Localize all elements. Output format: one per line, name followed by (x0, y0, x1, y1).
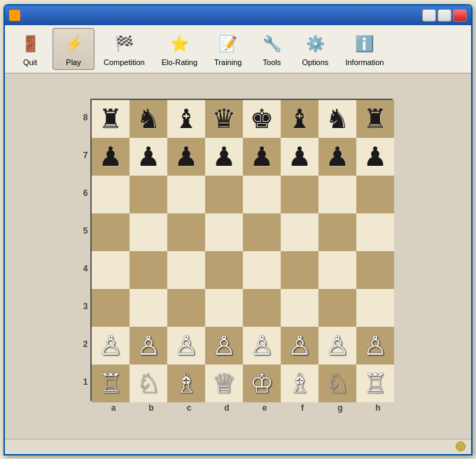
square-e3[interactable] (243, 289, 281, 327)
piece-white-e1: ♔ (250, 370, 274, 397)
square-g3[interactable] (318, 289, 356, 327)
square-c1[interactable]: ♗ (167, 365, 205, 402)
square-d6[interactable] (205, 176, 243, 213)
options-icon: ⚙️ (302, 31, 328, 57)
quit-icon: 🚪 (18, 31, 43, 57)
rank-labels: 8 7 6 5 4 3 2 1 (83, 99, 91, 401)
tool-btn-quit[interactable]: 🚪 Quit (9, 28, 51, 70)
rank-5: 5 (83, 212, 88, 250)
competition-label: Competition (104, 58, 145, 66)
square-d7[interactable]: ♟ (205, 138, 243, 176)
square-h1[interactable]: ♖ (356, 365, 394, 402)
square-h2[interactable]: ♙ (356, 327, 394, 365)
square-e1[interactable]: ♔ (243, 365, 281, 402)
square-h3[interactable] (356, 289, 394, 327)
square-d3[interactable] (205, 289, 243, 327)
square-f5[interactable] (281, 213, 318, 251)
square-b2[interactable]: ♙ (130, 327, 167, 365)
tool-btn-elo-rating[interactable]: ⭐ Elo-Rating (154, 28, 205, 70)
square-f4[interactable] (281, 251, 318, 289)
elo-rating-icon: ⭐ (167, 31, 192, 57)
title-buttons (422, 9, 467, 22)
file-f: f (284, 403, 321, 413)
square-h5[interactable] (356, 213, 394, 251)
tool-btn-training[interactable]: 📝 Training (206, 28, 249, 70)
piece-white-d1: ♕ (212, 370, 236, 397)
square-d4[interactable] (205, 251, 243, 289)
square-g6[interactable] (318, 176, 356, 213)
square-b4[interactable] (130, 251, 167, 289)
square-a8[interactable]: ♜ (92, 100, 130, 138)
piece-black-b7: ♟ (136, 143, 160, 170)
square-b1[interactable]: ♘ (130, 365, 167, 402)
square-f8[interactable]: ♝ (281, 100, 318, 138)
tool-btn-information[interactable]: ℹ️ Information (337, 28, 391, 70)
square-h7[interactable]: ♟ (356, 138, 394, 176)
square-e2[interactable]: ♙ (243, 327, 281, 365)
square-f2[interactable]: ♙ (281, 327, 318, 365)
square-a4[interactable] (92, 251, 130, 289)
square-a5[interactable] (92, 213, 130, 251)
square-b3[interactable] (130, 289, 167, 327)
square-b8[interactable]: ♞ (130, 100, 167, 138)
square-f3[interactable] (281, 289, 318, 327)
tool-btn-play[interactable]: ⚡ Play (52, 28, 94, 70)
rank-6: 6 (83, 174, 88, 212)
square-a3[interactable] (92, 289, 130, 327)
square-g8[interactable]: ♞ (318, 100, 356, 138)
maximize-button[interactable] (438, 9, 451, 22)
piece-black-e7: ♟ (250, 143, 274, 170)
elo-rating-label: Elo-Rating (162, 58, 197, 66)
close-button[interactable] (453, 9, 467, 22)
square-e5[interactable] (243, 213, 281, 251)
square-h8[interactable]: ♜ (356, 100, 394, 138)
tools-label: Tools (263, 58, 281, 66)
square-a7[interactable]: ♟ (92, 138, 130, 176)
square-e6[interactable] (243, 176, 281, 213)
square-a1[interactable]: ♖ (92, 365, 130, 402)
file-e: e (246, 403, 284, 413)
square-b7[interactable]: ♟ (130, 138, 167, 176)
tool-btn-competition[interactable]: 🏁 Competition (96, 28, 153, 70)
file-c: c (170, 403, 208, 413)
square-h6[interactable] (356, 176, 394, 213)
square-c5[interactable] (167, 213, 205, 251)
piece-black-f7: ♟ (288, 143, 312, 170)
square-b6[interactable] (130, 176, 167, 213)
square-a6[interactable] (92, 176, 130, 213)
square-c8[interactable]: ♝ (167, 100, 205, 138)
square-b5[interactable] (130, 213, 167, 251)
piece-white-b2: ♙ (136, 332, 160, 359)
square-f7[interactable]: ♟ (281, 138, 318, 176)
chess-board[interactable]: ♜♞♝♛♚♝♞♜♟♟♟♟♟♟♟♟♙♙♙♙♙♙♙♙♖♘♗♕♔♗♘♖ (90, 99, 393, 401)
square-d1[interactable]: ♕ (205, 365, 243, 402)
square-d8[interactable]: ♛ (205, 100, 243, 138)
status-circle (456, 442, 465, 451)
square-g1[interactable]: ♘ (318, 365, 356, 402)
tool-btn-options[interactable]: ⚙️ Options (294, 28, 336, 70)
square-g5[interactable] (318, 213, 356, 251)
piece-white-h1: ♖ (363, 370, 387, 397)
minimize-button[interactable] (422, 9, 436, 22)
square-d5[interactable] (205, 213, 243, 251)
square-f1[interactable]: ♗ (281, 365, 318, 402)
piece-black-e8: ♚ (250, 106, 274, 132)
square-c2[interactable]: ♙ (167, 327, 205, 365)
square-g4[interactable] (318, 251, 356, 289)
information-label: Information (345, 58, 384, 66)
competition-icon: 🏁 (111, 31, 136, 57)
square-e8[interactable]: ♚ (243, 100, 281, 138)
square-c6[interactable] (167, 176, 205, 213)
square-c3[interactable] (167, 289, 205, 327)
tool-btn-tools[interactable]: 🔧 Tools (251, 28, 293, 70)
square-d2[interactable]: ♙ (205, 327, 243, 365)
square-a2[interactable]: ♙ (92, 327, 130, 365)
square-f6[interactable] (281, 176, 318, 213)
square-c4[interactable] (167, 251, 205, 289)
square-e4[interactable] (243, 251, 281, 289)
square-g7[interactable]: ♟ (318, 138, 356, 176)
square-c7[interactable]: ♟ (167, 138, 205, 176)
square-e7[interactable]: ♟ (243, 138, 281, 176)
square-h4[interactable] (356, 251, 394, 289)
square-g2[interactable]: ♙ (318, 327, 356, 365)
